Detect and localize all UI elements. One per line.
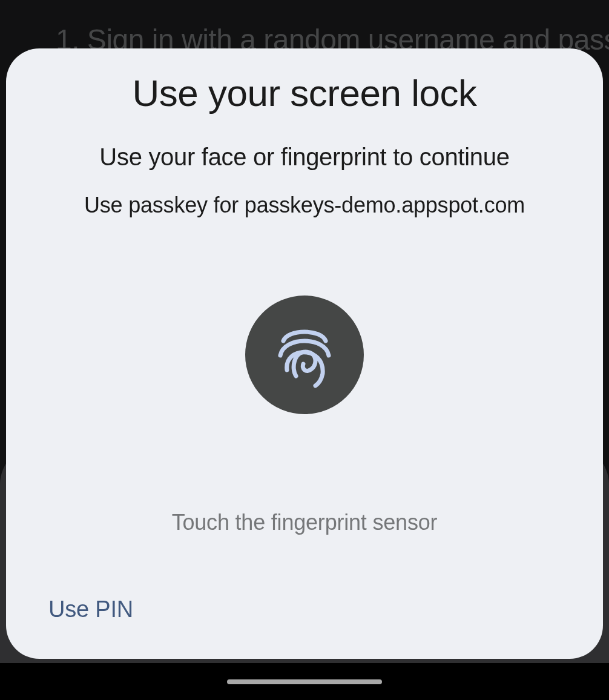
fingerprint-hint-text: Touch the fingerprint sensor [172, 510, 438, 535]
system-navigation-bar [0, 663, 609, 700]
biometric-prompt-sheet: Use your screen lock Use your face or fi… [6, 48, 603, 659]
gesture-handle [227, 679, 382, 684]
dialog-title: Use your screen lock [133, 71, 477, 114]
passkey-domain-text: Use passkey for passkeys-demo.appspot.co… [84, 193, 525, 218]
use-pin-button[interactable]: Use PIN [46, 592, 136, 627]
fingerprint-sensor-target[interactable] [245, 296, 364, 414]
dialog-subtitle: Use your face or fingerprint to continue [99, 144, 509, 171]
fingerprint-icon [274, 322, 335, 388]
